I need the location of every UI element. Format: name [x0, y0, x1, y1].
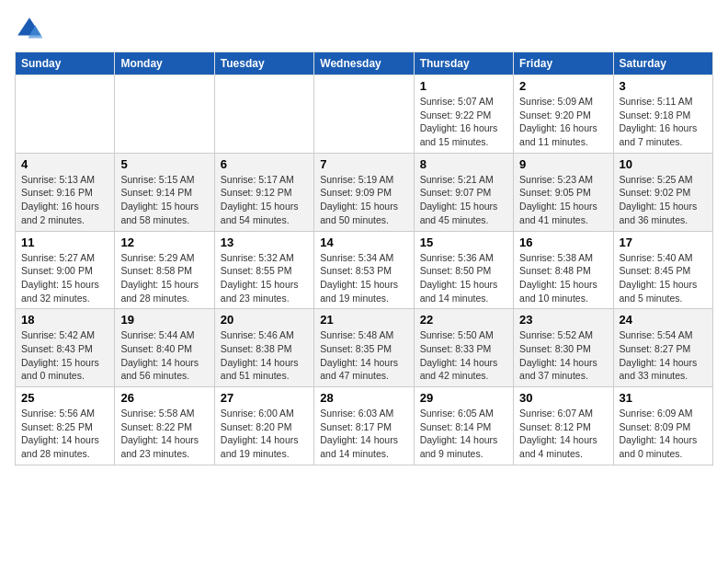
day-number: 18: [21, 313, 108, 327]
day-number: 4: [21, 157, 108, 171]
day-cell: 1Sunrise: 5:07 AMSunset: 9:22 PMDaylight…: [414, 75, 513, 154]
day-cell: 7Sunrise: 5:19 AMSunset: 9:09 PMDaylight…: [314, 153, 414, 231]
day-cell: 12Sunrise: 5:29 AMSunset: 8:58 PMDayligh…: [115, 231, 214, 309]
day-info: Sunrise: 5:17 AMSunset: 9:12 PMDaylight:…: [221, 173, 308, 227]
day-cell: 27Sunrise: 6:00 AMSunset: 8:20 PMDayligh…: [214, 387, 313, 465]
day-info: Sunrise: 5:15 AMSunset: 9:14 PMDaylight:…: [120, 173, 208, 227]
day-number: 9: [519, 157, 607, 171]
day-cell: 17Sunrise: 5:40 AMSunset: 8:45 PMDayligh…: [613, 231, 712, 309]
day-number: 27: [221, 391, 308, 405]
col-header-monday: Monday: [115, 52, 214, 75]
day-number: 30: [519, 391, 607, 405]
page-header: [15, 15, 713, 44]
day-info: Sunrise: 5:52 AMSunset: 8:30 PMDaylight:…: [519, 328, 607, 383]
day-cell: 6Sunrise: 5:17 AMSunset: 9:12 PMDaylight…: [214, 153, 313, 231]
day-number: 15: [420, 236, 507, 249]
day-number: 20: [221, 313, 308, 327]
day-cell: 9Sunrise: 5:23 AMSunset: 9:05 PMDaylight…: [514, 153, 613, 231]
day-info: Sunrise: 5:46 AMSunset: 8:38 PMDaylight:…: [221, 328, 308, 383]
day-cell: [115, 75, 214, 154]
day-info: Sunrise: 6:03 AMSunset: 8:17 PMDaylight:…: [320, 407, 407, 461]
day-number: 13: [221, 236, 308, 249]
day-number: 22: [420, 313, 507, 327]
day-info: Sunrise: 5:42 AMSunset: 8:43 PMDaylight:…: [21, 328, 108, 383]
col-header-sunday: Sunday: [16, 52, 115, 75]
day-number: 7: [320, 157, 407, 171]
day-info: Sunrise: 5:29 AMSunset: 8:58 PMDaylight:…: [120, 251, 208, 305]
day-number: 26: [120, 391, 208, 405]
day-cell: 18Sunrise: 5:42 AMSunset: 8:43 PMDayligh…: [16, 309, 115, 387]
week-row: 18Sunrise: 5:42 AMSunset: 8:43 PMDayligh…: [16, 309, 713, 387]
day-cell: 19Sunrise: 5:44 AMSunset: 8:40 PMDayligh…: [115, 309, 214, 387]
day-number: 23: [519, 313, 607, 327]
day-number: 31: [620, 391, 707, 405]
day-info: Sunrise: 5:32 AMSunset: 8:55 PMDaylight:…: [221, 251, 308, 305]
day-info: Sunrise: 5:54 AMSunset: 8:27 PMDaylight:…: [620, 328, 707, 383]
day-cell: 15Sunrise: 5:36 AMSunset: 8:50 PMDayligh…: [414, 231, 513, 309]
day-number: 25: [21, 391, 108, 405]
day-cell: 21Sunrise: 5:48 AMSunset: 8:35 PMDayligh…: [314, 309, 414, 387]
day-number: 24: [620, 313, 707, 327]
day-number: 2: [519, 79, 607, 93]
day-info: Sunrise: 6:00 AMSunset: 8:20 PMDaylight:…: [221, 407, 308, 461]
day-info: Sunrise: 5:19 AMSunset: 9:09 PMDaylight:…: [320, 173, 407, 227]
day-cell: 2Sunrise: 5:09 AMSunset: 9:20 PMDaylight…: [514, 75, 613, 154]
day-cell: 22Sunrise: 5:50 AMSunset: 8:33 PMDayligh…: [414, 309, 513, 387]
day-cell: [314, 75, 414, 154]
day-info: Sunrise: 5:25 AMSunset: 9:02 PMDaylight:…: [620, 173, 707, 227]
day-cell: 8Sunrise: 5:21 AMSunset: 9:07 PMDaylight…: [414, 153, 513, 231]
day-info: Sunrise: 5:38 AMSunset: 8:48 PMDaylight:…: [519, 251, 607, 305]
day-number: 5: [120, 157, 208, 171]
col-header-saturday: Saturday: [613, 52, 712, 75]
col-header-thursday: Thursday: [414, 52, 513, 75]
week-row: 11Sunrise: 5:27 AMSunset: 9:00 PMDayligh…: [16, 231, 713, 309]
week-row: 1Sunrise: 5:07 AMSunset: 9:22 PMDaylight…: [16, 75, 713, 154]
day-cell: 26Sunrise: 5:58 AMSunset: 8:22 PMDayligh…: [115, 387, 214, 465]
day-cell: 16Sunrise: 5:38 AMSunset: 8:48 PMDayligh…: [514, 231, 613, 309]
day-number: 17: [620, 236, 707, 249]
day-cell: 29Sunrise: 6:05 AMSunset: 8:14 PMDayligh…: [414, 387, 513, 465]
day-cell: 10Sunrise: 5:25 AMSunset: 9:02 PMDayligh…: [613, 153, 712, 231]
day-cell: 5Sunrise: 5:15 AMSunset: 9:14 PMDaylight…: [115, 153, 214, 231]
col-header-friday: Friday: [514, 52, 613, 75]
day-cell: 13Sunrise: 5:32 AMSunset: 8:55 PMDayligh…: [214, 231, 313, 309]
day-cell: [214, 75, 313, 154]
header-row: SundayMondayTuesdayWednesdayThursdayFrid…: [16, 52, 713, 75]
day-info: Sunrise: 5:27 AMSunset: 9:00 PMDaylight:…: [21, 251, 108, 305]
day-info: Sunrise: 5:58 AMSunset: 8:22 PMDaylight:…: [120, 407, 208, 461]
day-info: Sunrise: 5:34 AMSunset: 8:53 PMDaylight:…: [320, 251, 407, 305]
day-cell: 30Sunrise: 6:07 AMSunset: 8:12 PMDayligh…: [514, 387, 613, 465]
day-number: 12: [120, 236, 208, 249]
day-cell: 28Sunrise: 6:03 AMSunset: 8:17 PMDayligh…: [314, 387, 414, 465]
day-number: 10: [620, 157, 707, 171]
col-header-tuesday: Tuesday: [214, 52, 313, 75]
day-cell: 25Sunrise: 5:56 AMSunset: 8:25 PMDayligh…: [16, 387, 115, 465]
day-info: Sunrise: 5:13 AMSunset: 9:16 PMDaylight:…: [21, 173, 108, 227]
day-info: Sunrise: 6:05 AMSunset: 8:14 PMDaylight:…: [420, 407, 507, 461]
week-row: 4Sunrise: 5:13 AMSunset: 9:16 PMDaylight…: [16, 153, 713, 231]
day-info: Sunrise: 5:50 AMSunset: 8:33 PMDaylight:…: [420, 328, 507, 383]
day-number: 6: [221, 157, 308, 171]
day-number: 11: [21, 236, 108, 249]
day-number: 19: [120, 313, 208, 327]
day-info: Sunrise: 5:56 AMSunset: 8:25 PMDaylight:…: [21, 407, 108, 461]
day-cell: 14Sunrise: 5:34 AMSunset: 8:53 PMDayligh…: [314, 231, 414, 309]
day-number: 21: [320, 313, 407, 327]
day-number: 1: [420, 79, 507, 93]
day-info: Sunrise: 5:36 AMSunset: 8:50 PMDaylight:…: [420, 251, 507, 305]
logo: [15, 15, 48, 44]
day-number: 28: [320, 391, 407, 405]
day-info: Sunrise: 5:23 AMSunset: 9:05 PMDaylight:…: [519, 173, 607, 227]
day-number: 14: [320, 236, 407, 249]
col-header-wednesday: Wednesday: [314, 52, 414, 75]
day-cell: 3Sunrise: 5:11 AMSunset: 9:18 PMDaylight…: [613, 75, 712, 154]
day-cell: 20Sunrise: 5:46 AMSunset: 8:38 PMDayligh…: [214, 309, 313, 387]
day-info: Sunrise: 5:48 AMSunset: 8:35 PMDaylight:…: [320, 328, 407, 383]
day-info: Sunrise: 5:11 AMSunset: 9:18 PMDaylight:…: [620, 95, 707, 149]
day-number: 16: [519, 236, 607, 249]
day-cell: 23Sunrise: 5:52 AMSunset: 8:30 PMDayligh…: [514, 309, 613, 387]
day-cell: 31Sunrise: 6:09 AMSunset: 8:09 PMDayligh…: [613, 387, 712, 465]
day-info: Sunrise: 5:44 AMSunset: 8:40 PMDaylight:…: [120, 328, 208, 383]
day-cell: 11Sunrise: 5:27 AMSunset: 9:00 PMDayligh…: [16, 231, 115, 309]
day-info: Sunrise: 6:07 AMSunset: 8:12 PMDaylight:…: [519, 407, 607, 461]
